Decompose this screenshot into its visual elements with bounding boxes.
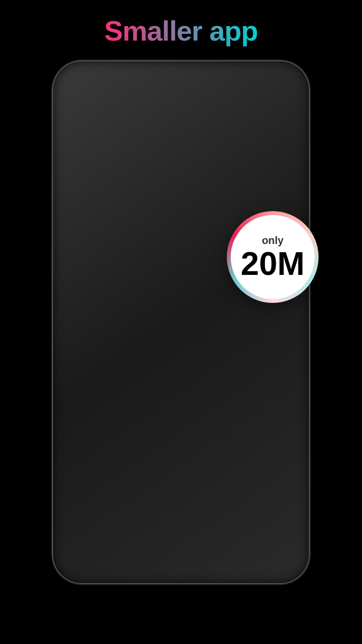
svg-point-7: [280, 325, 284, 329]
comment-icon: [266, 401, 289, 424]
music-disc[interactable]: [270, 480, 293, 503]
svg-point-10: [277, 410, 279, 413]
music-note-icon: ♪: [71, 495, 75, 503]
badge-number: 20M: [241, 247, 305, 280]
palm-tree-icon: [268, 323, 287, 341]
share-count: 11.2k: [268, 470, 287, 478]
create-plus-icon: +: [169, 530, 193, 546]
inbox-label: Inbox: [219, 544, 235, 552]
home-icon: [81, 525, 98, 542]
top-navigation: Following For You: [62, 92, 300, 106]
comment-action[interactable]: 918: [266, 401, 289, 434]
header: Smaller app: [0, 0, 362, 57]
create-button[interactable]: +: [167, 529, 195, 548]
discover-icon: [126, 525, 144, 542]
notification-dot: [179, 96, 182, 99]
creator-username: @onewinone: [71, 469, 257, 479]
for-you-label: For You: [196, 92, 232, 102]
svg-line-13: [138, 536, 141, 540]
nav-create[interactable]: +: [158, 529, 204, 548]
like-action[interactable]: 30.8K: [266, 357, 289, 390]
active-tab-underline: [196, 104, 232, 106]
me-icon: [264, 525, 281, 542]
for-you-tab[interactable]: For You: [196, 92, 232, 106]
music-disc-inner: [278, 487, 285, 495]
video-info: @onewinone Watch me send it this summer.…: [71, 469, 257, 503]
share-action[interactable]: 11.2k: [266, 444, 289, 478]
like-count: 30.8K: [268, 382, 287, 390]
nav-home[interactable]: Home: [67, 525, 112, 552]
follow-plus-button[interactable]: +: [272, 339, 283, 350]
svg-point-9: [273, 410, 276, 413]
notch: [142, 70, 220, 86]
size-badge-inner: only 20M: [231, 215, 315, 299]
discover-label: Discover: [123, 544, 148, 552]
sound-info: ♪ original sound - onewinone: [71, 495, 257, 503]
svg-point-6: [274, 325, 281, 329]
comment-count: 918: [271, 426, 283, 434]
nav-discover[interactable]: Discover: [112, 525, 158, 552]
creator-avatar[interactable]: +: [264, 318, 292, 346]
svg-rect-3: [277, 329, 278, 336]
nav-inbox[interactable]: 3 Inbox: [204, 525, 250, 552]
app-title: Smaller app: [104, 15, 258, 46]
following-tab[interactable]: Following: [130, 93, 182, 104]
like-icon: [266, 357, 289, 380]
svg-point-12: [130, 528, 139, 537]
phone-screen: Following For You: [62, 70, 300, 574]
nav-me[interactable]: Me: [250, 525, 295, 552]
right-action-sidebar: + 30.8K: [264, 318, 292, 478]
phone-mockup: only 20M Following For You: [53, 61, 309, 583]
inbox-icon: 3: [218, 525, 236, 542]
share-icon: [266, 444, 289, 468]
svg-point-15: [270, 529, 275, 533]
me-label: Me: [268, 544, 277, 552]
following-label: Following: [130, 93, 175, 104]
svg-point-11: [280, 410, 282, 413]
size-badge: only 20M: [227, 211, 319, 303]
video-caption: Watch me send it this summer.: [71, 482, 257, 491]
sound-name: original sound - onewinone: [79, 495, 166, 503]
inbox-badge-count: 3: [229, 523, 237, 531]
bottom-navigation: Home Discover +: [62, 512, 300, 574]
home-label: Home: [81, 544, 98, 552]
